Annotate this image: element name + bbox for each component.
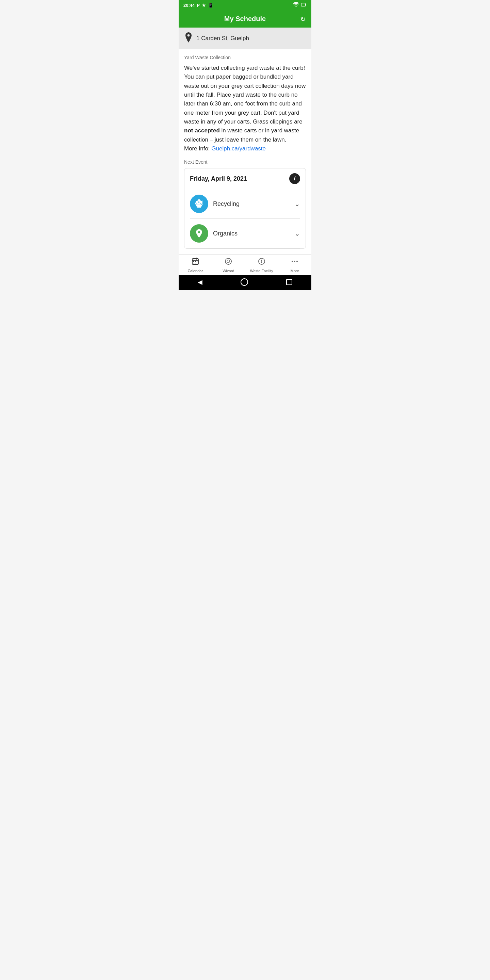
svg-point-13 bbox=[225, 258, 231, 264]
event-date: Friday, April 9, 2021 bbox=[190, 175, 247, 182]
yard-waste-body: We've started collecting yard waste at t… bbox=[184, 64, 306, 153]
android-nav: ◀ bbox=[179, 275, 311, 290]
main-content: Yard Waste Collection We've started coll… bbox=[179, 49, 311, 254]
home-button[interactable] bbox=[240, 278, 248, 286]
svg-rect-11 bbox=[195, 263, 196, 263]
star-icon: ★ bbox=[202, 3, 206, 8]
yard-waste-section: Yard Waste Collection We've started coll… bbox=[184, 55, 306, 153]
svg-point-23 bbox=[292, 261, 293, 262]
more-info-prefix: More info: bbox=[184, 145, 211, 152]
svg-point-19 bbox=[227, 263, 227, 263]
divider-3 bbox=[190, 248, 300, 248]
svg-rect-7 bbox=[193, 261, 194, 262]
next-event-label: Next Event bbox=[184, 159, 306, 165]
recycling-icon bbox=[190, 195, 208, 213]
svg-point-14 bbox=[227, 260, 230, 263]
yard-waste-bold: not accepted bbox=[184, 127, 220, 134]
wifi-icon bbox=[293, 2, 299, 8]
phone-icon: 📱 bbox=[208, 3, 213, 8]
yard-waste-label: Yard Waste Collection bbox=[184, 55, 306, 60]
waste-facility-nav-label: Waste Facility bbox=[250, 269, 273, 273]
svg-rect-2 bbox=[305, 4, 306, 5]
organics-label: Organics bbox=[213, 230, 290, 237]
svg-rect-8 bbox=[195, 261, 196, 262]
organics-item[interactable]: Organics ⌄ bbox=[185, 219, 305, 248]
nav-item-wizard[interactable]: Wizard bbox=[212, 257, 245, 273]
recents-button[interactable] bbox=[286, 279, 292, 285]
calendar-nav-label: Calendar bbox=[188, 269, 203, 273]
app-header: My Schedule ↻ bbox=[179, 10, 311, 27]
svg-point-24 bbox=[294, 261, 295, 262]
status-right bbox=[293, 2, 307, 8]
yard-waste-text-1: We've started collecting yard waste at t… bbox=[184, 65, 305, 125]
svg-point-25 bbox=[296, 261, 298, 262]
organics-chevron-icon: ⌄ bbox=[294, 229, 300, 237]
event-date-row: Friday, April 9, 2021 i bbox=[185, 169, 305, 189]
recycling-item[interactable]: Recycling ⌄ bbox=[185, 189, 305, 218]
yard-waste-link[interactable]: Guelph.ca/yardwaste bbox=[211, 145, 266, 152]
page-title: My Schedule bbox=[224, 15, 266, 23]
bottom-nav: Calendar Wizard Waste Facility bbox=[179, 254, 311, 275]
organics-icon bbox=[190, 224, 208, 243]
wizard-nav-label: Wizard bbox=[223, 269, 234, 273]
more-nav-icon bbox=[291, 257, 299, 267]
event-info-button[interactable]: i bbox=[289, 173, 300, 184]
svg-point-22 bbox=[261, 262, 262, 263]
nav-item-calendar[interactable]: Calendar bbox=[179, 257, 212, 273]
status-left: 20:44 P ★ 📱 bbox=[183, 3, 213, 8]
svg-rect-12 bbox=[197, 263, 197, 263]
svg-rect-1 bbox=[301, 3, 305, 6]
more-nav-label: More bbox=[291, 269, 299, 273]
parking-icon: P bbox=[197, 3, 200, 8]
nav-item-more[interactable]: More bbox=[278, 257, 312, 273]
battery-icon bbox=[301, 3, 307, 8]
location-address: 1 Carden St, Guelph bbox=[196, 35, 249, 42]
refresh-button[interactable]: ↻ bbox=[300, 15, 306, 23]
nav-item-waste-facility[interactable]: Waste Facility bbox=[245, 257, 278, 273]
recycling-label: Recycling bbox=[213, 200, 290, 208]
status-bar: 20:44 P ★ 📱 bbox=[179, 0, 311, 10]
location-pin-icon bbox=[184, 32, 193, 45]
svg-rect-10 bbox=[193, 263, 194, 263]
back-button[interactable]: ◀ bbox=[198, 278, 202, 286]
calendar-nav-icon bbox=[191, 257, 199, 267]
status-time: 20:44 bbox=[183, 3, 195, 8]
svg-rect-9 bbox=[197, 261, 197, 262]
wizard-nav-icon bbox=[224, 257, 232, 267]
recycling-chevron-icon: ⌄ bbox=[294, 200, 300, 208]
waste-facility-nav-icon bbox=[258, 257, 266, 267]
event-card: Friday, April 9, 2021 i Recycling ⌄ bbox=[184, 168, 306, 249]
location-bar[interactable]: 1 Carden St, Guelph bbox=[179, 27, 311, 49]
